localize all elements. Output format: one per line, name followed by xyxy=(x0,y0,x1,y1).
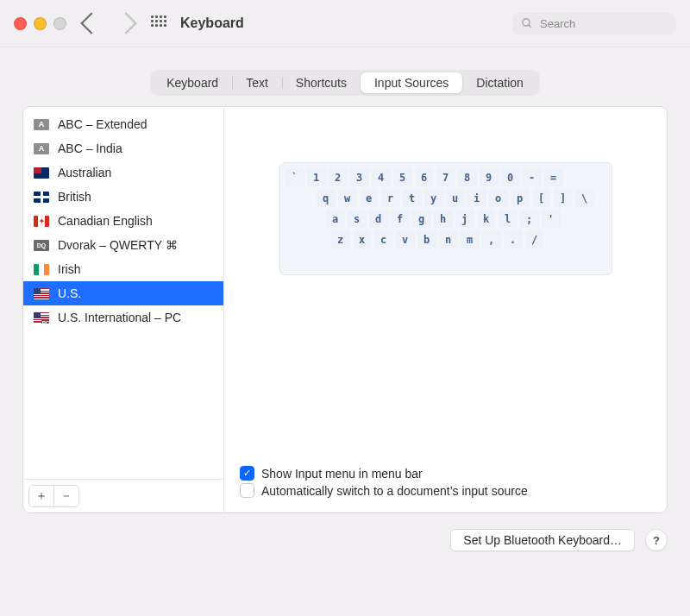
source-list[interactable]: AABC – ExtendedAABC – IndiaAustralianBri… xyxy=(23,107,223,479)
source-item[interactable]: U.S. xyxy=(23,281,223,305)
key: w xyxy=(338,189,357,207)
source-label: ABC – India xyxy=(58,141,122,155)
key: i xyxy=(467,189,486,207)
show-input-menu-checkbox[interactable]: ✓ xyxy=(240,466,254,481)
source-label: U.S. International – PC xyxy=(58,311,181,324)
help-button[interactable]: ? xyxy=(645,529,668,551)
source-item[interactable]: British xyxy=(23,185,223,209)
flag-icon: A xyxy=(34,143,49,154)
bluetooth-keyboard-button[interactable]: Set Up Bluetooth Keyboard… xyxy=(450,529,635,551)
key: 5 xyxy=(393,168,412,186)
source-item[interactable]: Australian xyxy=(23,160,223,185)
key: r xyxy=(381,189,400,207)
back-button[interactable] xyxy=(80,12,102,34)
minimize-window-button[interactable] xyxy=(34,17,47,30)
search-placeholder: Search xyxy=(540,17,575,30)
add-remove-bar: ＋ － xyxy=(23,479,223,512)
key: o xyxy=(489,189,508,207)
key: 8 xyxy=(458,168,477,186)
key: ` xyxy=(285,168,304,186)
flag-icon xyxy=(34,264,49,275)
source-item[interactable]: DQDvorak – QWERTY ⌘ xyxy=(23,233,223,257)
forward-button xyxy=(115,12,136,34)
show-input-menu-label: Show Input menu in menu bar xyxy=(261,467,423,481)
source-item[interactable]: ✦Canadian English xyxy=(23,209,223,233)
flag-icon: DQ xyxy=(34,240,49,251)
key: , xyxy=(482,230,501,248)
tab-bar: Keyboard Text Shortcuts Input Sources Di… xyxy=(0,70,690,96)
nav-buttons xyxy=(84,16,134,31)
source-label: British xyxy=(58,190,91,204)
source-label: Irish xyxy=(58,262,80,276)
tab-keyboard[interactable]: Keyboard xyxy=(153,72,232,93)
source-sidebar: AABC – ExtendedAABC – IndiaAustralianBri… xyxy=(23,107,224,512)
show-all-prefs-button[interactable] xyxy=(151,16,166,31)
zoom-window-button[interactable] xyxy=(53,17,66,30)
tab-text[interactable]: Text xyxy=(232,72,282,93)
key: . xyxy=(504,230,523,248)
key: v xyxy=(396,230,415,248)
titlebar: Keyboard Search xyxy=(0,0,690,47)
key: - xyxy=(523,168,542,186)
flag-icon: ✦ xyxy=(34,216,49,227)
source-item[interactable]: AABC – Extended xyxy=(23,112,223,136)
search-icon xyxy=(521,17,533,29)
key: 4 xyxy=(372,168,391,186)
source-item[interactable]: AABC – India xyxy=(23,136,223,160)
key: h xyxy=(434,210,453,228)
options: ✓ Show Input menu in menu bar Automatica… xyxy=(224,456,667,512)
key: j xyxy=(455,210,474,228)
keyboard-preview: `1234567890-=qwertyuiop[]\asdfghjkl;'zxc… xyxy=(279,162,612,275)
key: k xyxy=(477,210,496,228)
key: 3 xyxy=(350,168,369,186)
key: g xyxy=(412,210,431,228)
key: a xyxy=(326,210,345,228)
flag-icon: A xyxy=(34,119,49,130)
key: / xyxy=(525,230,544,248)
auto-switch-checkbox[interactable] xyxy=(240,483,254,498)
key: 2 xyxy=(329,168,348,186)
auto-switch-label: Automatically switch to a document’s inp… xyxy=(261,484,528,498)
key: d xyxy=(369,210,388,228)
key: ' xyxy=(542,210,561,228)
key: l xyxy=(499,210,518,228)
key: 6 xyxy=(415,168,434,186)
key: ] xyxy=(554,189,573,207)
main-panel: AABC – ExtendedAABC – IndiaAustralianBri… xyxy=(22,106,668,513)
source-item[interactable]: U.S. International – PC xyxy=(23,305,223,330)
key: x xyxy=(353,230,372,248)
flag-icon xyxy=(34,192,49,203)
close-window-button[interactable] xyxy=(14,17,27,30)
add-source-button[interactable]: ＋ xyxy=(28,485,54,507)
flag-icon xyxy=(34,312,49,324)
key: n xyxy=(439,230,458,248)
key: e xyxy=(360,189,379,207)
tab-shortcuts[interactable]: Shortcuts xyxy=(282,72,361,93)
key: 9 xyxy=(480,168,499,186)
window-controls xyxy=(14,17,66,30)
window-title: Keyboard xyxy=(180,16,244,31)
key: p xyxy=(511,189,530,207)
key: s xyxy=(348,210,367,228)
tab-input-sources[interactable]: Input Sources xyxy=(361,72,462,93)
key: [ xyxy=(532,189,551,207)
source-label: Canadian English xyxy=(58,214,153,228)
key: ; xyxy=(520,210,539,228)
svg-point-0 xyxy=(523,19,530,26)
source-item[interactable]: Irish xyxy=(23,257,223,281)
tab-dictation[interactable]: Dictation xyxy=(462,72,536,93)
source-label: ABC – Extended xyxy=(58,117,147,131)
key: 1 xyxy=(307,168,326,186)
key: b xyxy=(417,230,436,248)
source-label: U.S. xyxy=(58,286,81,300)
key: t xyxy=(403,189,422,207)
remove-source-button[interactable]: － xyxy=(53,485,79,507)
flag-icon xyxy=(34,288,49,299)
key: \ xyxy=(575,189,594,207)
key: c xyxy=(374,230,393,248)
search-field[interactable]: Search xyxy=(512,13,676,35)
key: m xyxy=(461,230,480,248)
key: q xyxy=(317,189,336,207)
key: 0 xyxy=(501,168,520,186)
source-label: Dvorak – QWERTY ⌘ xyxy=(58,238,178,252)
